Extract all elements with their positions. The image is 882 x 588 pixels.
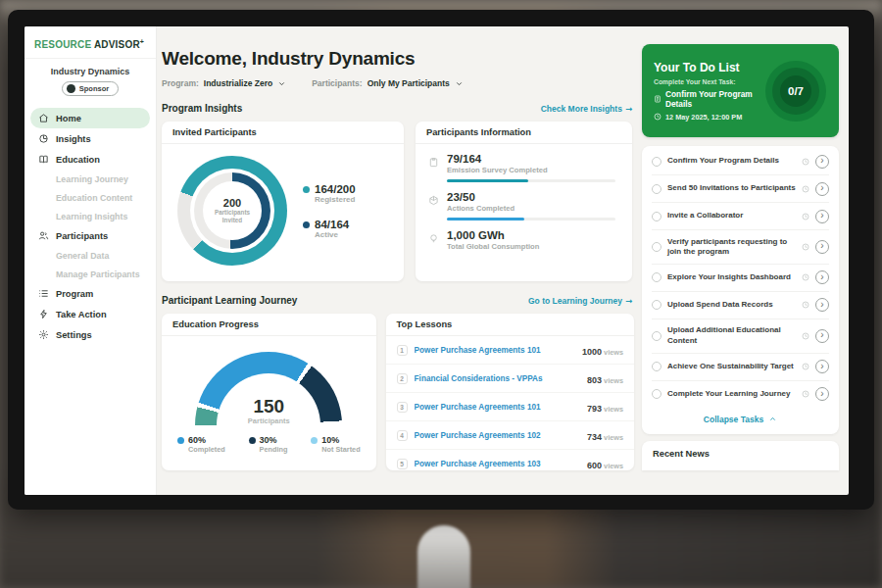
task-open-button[interactable]: ›	[815, 210, 829, 223]
gauge-center-value: 150	[195, 397, 342, 416]
task-open-button[interactable]: ›	[815, 155, 829, 169]
lesson-row[interactable]: 3 Power Purchase Agreements 101 793views	[386, 393, 634, 421]
invited-total-value: 200	[223, 197, 241, 209]
task-row[interactable]: Upload Spend Data Records ›	[652, 292, 829, 319]
legend-registered: 164/200 Registered	[303, 183, 356, 204]
sidebar-nav: Home Insights Education Learning Journey…	[24, 106, 156, 347]
program-filter-dropdown[interactable]: Program: Industrialize Zero	[162, 78, 286, 88]
top-lessons-card-title: Top Lessons	[386, 314, 634, 336]
legend-dot	[249, 437, 256, 444]
sidebar-item-insights[interactable]: Insights	[30, 128, 150, 149]
sidebar-item-take-action[interactable]: Take Action	[30, 304, 150, 324]
lesson-row[interactable]: 1 Power Purchase Agreements 101 1000view…	[386, 336, 634, 365]
education-progress-gauge-chart: 150 Participants	[195, 352, 342, 425]
check-more-insights-link[interactable]: Check More Insights→	[541, 104, 632, 114]
clock-icon	[802, 390, 809, 398]
gear-icon	[38, 329, 49, 340]
education-progress-card-title: Education Progress	[162, 314, 376, 336]
collapse-tasks-link[interactable]: Collapse Tasks	[652, 408, 829, 432]
task-row[interactable]: Verify participants requesting to join t…	[652, 230, 829, 265]
sidebar-item-manage-participants[interactable]: Manage Participants	[30, 265, 150, 283]
todo-progress-badge: 0/7	[780, 75, 811, 107]
task-open-button[interactable]: ›	[815, 240, 829, 254]
arrow-right-icon: →	[625, 296, 632, 306]
logo-plus: +	[140, 38, 144, 45]
sidebar-item-home[interactable]: Home	[30, 108, 150, 128]
sidebar-item-learning-insights[interactable]: Learning Insights	[30, 207, 150, 225]
clock-icon	[654, 113, 662, 121]
lesson-row[interactable]: 5 Power Purchase Agreements 103 600views	[386, 450, 634, 477]
education-progress-card: Education Progress 150 Participants 60% …	[162, 314, 376, 470]
task-checkbox[interactable]	[652, 331, 662, 341]
task-open-button[interactable]: ›	[815, 270, 829, 284]
legend-pending: 30% Pending	[249, 435, 288, 454]
sidebar-item-education[interactable]: Education	[30, 149, 150, 170]
sidebar-item-learning-journey[interactable]: Learning Journey	[30, 170, 150, 188]
main-content: Welcome, Industry Dynamics Program: Indu…	[162, 26, 634, 495]
logo-text-advisor: ADVISOR	[94, 39, 140, 50]
todo-title: Your To Do List	[654, 61, 770, 74]
actions-icon	[428, 195, 439, 206]
clock-icon	[802, 273, 809, 281]
lesson-link[interactable]: Power Purchase Agreements 101	[415, 346, 575, 355]
task-row[interactable]: Upload Additional Educational Content ›	[652, 319, 829, 354]
clock-icon	[802, 158, 809, 166]
sidebar-item-program[interactable]: Program	[30, 283, 150, 304]
task-row[interactable]: Explore Your Insights Dashboard ›	[652, 265, 829, 292]
participants-filter-dropdown[interactable]: Participants: Only My Participants	[312, 78, 464, 88]
learning-journey-title: Participant Learning Journey	[162, 295, 297, 306]
sidebar-item-education-content[interactable]: Education Content	[30, 188, 150, 207]
take-action-icon	[38, 309, 49, 319]
task-row[interactable]: Invite a Collaborator ›	[652, 203, 829, 230]
participants-information-card-title: Participants Information	[416, 122, 632, 144]
sidebar-item-general-data[interactable]: General Data	[30, 246, 150, 265]
clock-icon	[802, 185, 809, 193]
task-checkbox[interactable]	[652, 389, 662, 399]
emission-survey-progressbar	[447, 179, 615, 182]
task-open-button[interactable]: ›	[815, 360, 829, 373]
task-row[interactable]: Complete Your Learning Journey ›	[652, 381, 829, 408]
clock-icon	[802, 363, 809, 370]
insights-icon	[38, 133, 49, 144]
legend-completed: 60% Completed	[177, 435, 225, 454]
lesson-link[interactable]: Power Purchase Agreements 101	[415, 403, 580, 412]
todo-task-list: Confirm Your Program Details › Send 50 I…	[642, 146, 839, 434]
task-open-button[interactable]: ›	[815, 387, 829, 401]
invited-total-label: Participants Invited	[211, 209, 254, 224]
task-checkbox[interactable]	[652, 184, 662, 194]
filter-bar: Program: Industrialize Zero Participants…	[162, 78, 634, 88]
task-checkbox[interactable]	[652, 362, 662, 371]
clock-icon	[802, 243, 809, 251]
task-open-button[interactable]: ›	[815, 329, 829, 343]
dashboard-screen: RESOURCE ADVISOR+ Industry Dynamics Spon…	[24, 26, 849, 495]
legend-not-started: 10% Not Started	[311, 435, 360, 454]
recent-news-title: Recent News	[653, 449, 828, 459]
task-row[interactable]: Achieve One Sustainability Target ›	[652, 354, 829, 381]
task-checkbox[interactable]	[652, 212, 662, 221]
lesson-link[interactable]: Power Purchase Agreements 103	[415, 460, 580, 468]
lesson-link[interactable]: Power Purchase Agreements 102	[415, 431, 580, 440]
task-checkbox[interactable]	[652, 242, 662, 252]
monitor-bezel: RESOURCE ADVISOR+ Industry Dynamics Spon…	[8, 10, 874, 510]
sidebar-item-participants[interactable]: Participants	[30, 225, 150, 246]
task-checkbox[interactable]	[652, 272, 662, 282]
lesson-row[interactable]: 4 Power Purchase Agreements 102 734views	[386, 421, 634, 450]
task-checkbox[interactable]	[652, 157, 662, 167]
invited-participants-card: Invited Participants 200 Participants In…	[162, 122, 404, 281]
todo-panel: Your To Do List Complete Your Next Task:…	[642, 44, 839, 470]
lesson-link[interactable]: Financial Considerations - VPPAs	[415, 374, 580, 383]
lesson-row[interactable]: 2 Financial Considerations - VPPAs 803vi…	[386, 365, 634, 393]
stat-actions-completed: 23/50 Actions Completed	[416, 182, 632, 220]
list-icon	[38, 288, 49, 299]
document-icon	[654, 95, 662, 103]
go-to-learning-journey-link[interactable]: Go to Learning Journey→	[528, 296, 632, 306]
task-row[interactable]: Confirm Your Program Details ›	[652, 148, 829, 175]
task-open-button[interactable]: ›	[815, 182, 829, 196]
education-progress-legend: 60% Completed 30% Pending 10% Not Starte…	[162, 425, 376, 454]
task-row[interactable]: Send 50 Invitations to Participants ›	[652, 175, 829, 203]
task-open-button[interactable]: ›	[815, 298, 829, 312]
task-checkbox[interactable]	[652, 300, 662, 310]
sidebar-item-settings[interactable]: Settings	[30, 324, 150, 345]
survey-icon	[428, 157, 439, 168]
legend-dot	[177, 437, 184, 444]
